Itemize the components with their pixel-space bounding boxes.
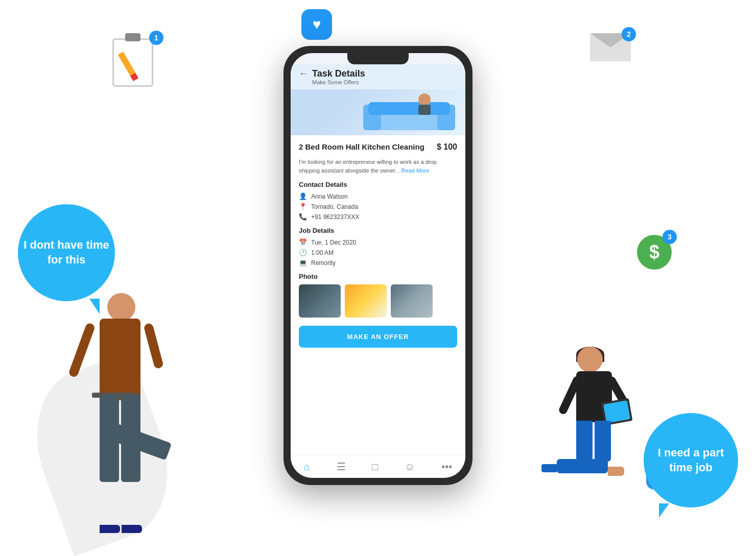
back-button[interactable]: ← <box>299 68 308 79</box>
speech-bubble-right: I need a part time job <box>644 413 738 507</box>
woman-tablet-screen <box>603 400 630 423</box>
clock-icon: 🕐 <box>299 249 307 256</box>
woman-leg-left <box>576 421 593 462</box>
contact-section: Contact Details 👤 Anna Watson 📍 Tornado,… <box>299 181 457 221</box>
clipboard-badge: 1 <box>149 31 163 45</box>
phone-outer: ← Task Details Make Some Offers <box>284 46 472 485</box>
contact-section-title: Contact Details <box>299 181 457 188</box>
hero-image <box>291 89 465 135</box>
svg-point-4 <box>418 93 431 106</box>
heart-top-icon: ♥ <box>301 9 332 40</box>
task-price: $ 100 <box>437 142 457 152</box>
man-arm-right <box>143 323 164 370</box>
app-content: 2 Bed Room Hall Kitchen Cleaning $ 100 I… <box>291 135 465 455</box>
person-icon: 👤 <box>299 192 307 200</box>
photo-thumb-1[interactable] <box>299 284 341 318</box>
photo-thumb-3[interactable] <box>391 284 433 318</box>
contact-name-row: 👤 Anna Watson <box>299 192 457 200</box>
task-title: 2 Bed Room Hall Kitchen Cleaning <box>299 142 437 151</box>
nav-more-icon[interactable]: ••• <box>441 461 452 473</box>
job-section: Job Details 📅 Tue, 1 Dec 2020 🕐 1:00 AM … <box>299 227 457 267</box>
man-shoe-right <box>122 525 142 533</box>
remote-icon: 💻 <box>299 259 307 267</box>
phone-notch <box>347 53 409 64</box>
app-subtitle: Make Some Offers <box>312 79 457 85</box>
speech-left-text: I dont have time for this <box>18 233 115 272</box>
woman-head <box>577 347 603 372</box>
task-title-row: 2 Bed Room Hall Kitchen Cleaning $ 100 <box>299 142 457 152</box>
contact-location-row: 📍 Tornado, Canada <box>299 203 457 210</box>
photos-section-title: Photo <box>299 273 457 280</box>
envelope-icon-wrap: 2 <box>590 33 631 61</box>
person-left <box>66 278 179 533</box>
man-body <box>100 319 140 400</box>
read-more-link[interactable]: Read More <box>401 167 429 174</box>
nav-task-icon[interactable]: □ <box>372 461 378 473</box>
photos-section: Photo <box>299 273 457 318</box>
job-mode: Remortly <box>311 259 336 267</box>
envelope-badge: 2 <box>622 27 636 41</box>
photo-thumb-2[interactable] <box>345 284 387 318</box>
dollar-icon-wrap: $ 3 <box>637 235 672 270</box>
man-arm-left <box>68 322 96 378</box>
nav-home-icon[interactable]: ⌂ <box>304 461 310 473</box>
contact-name: Anna Watson <box>311 193 348 200</box>
job-time: 1:00 AM <box>311 249 334 256</box>
job-mode-row: 💻 Remortly <box>299 259 457 267</box>
svg-rect-5 <box>418 105 431 115</box>
woman-foot <box>608 467 624 476</box>
app-title: Task Details <box>312 68 365 79</box>
task-description: I'm looking for an entrepreneur willing … <box>299 158 457 175</box>
nav-chat-icon[interactable]: ☺ <box>405 461 415 473</box>
location-icon: 📍 <box>299 203 307 210</box>
woman-leg-right <box>595 421 611 462</box>
clipboard-icon: 1 <box>112 31 163 92</box>
contact-phone: +91 9623237XXX <box>311 213 359 221</box>
contact-location: Tornado, Canada <box>311 203 358 210</box>
job-date: Tue, 1 Dec 2020 <box>311 239 356 246</box>
job-date-row: 📅 Tue, 1 Dec 2020 <box>299 238 457 246</box>
photos-row <box>299 284 457 318</box>
calendar-icon: 📅 <box>299 238 307 246</box>
speech-right-text: I need a part time job <box>644 441 738 480</box>
phone-icon: 📞 <box>299 213 307 221</box>
bottom-nav: ⌂ ☰ □ ☺ ••• <box>291 455 465 478</box>
man-shoe-left <box>100 525 120 533</box>
job-section-title: Job Details <box>299 227 457 234</box>
person-right <box>541 336 644 530</box>
job-time-row: 🕐 1:00 AM <box>299 249 457 256</box>
man-head <box>107 293 135 321</box>
nav-list-icon[interactable]: ☰ <box>337 461 346 473</box>
dollar-badge: 3 <box>663 230 677 244</box>
contact-phone-row: 📞 +91 9623237XXX <box>299 213 457 221</box>
app-header: ← Task Details Make Some Offers <box>291 64 465 89</box>
phone-mockup: ← Task Details Make Some Offers <box>284 46 472 485</box>
svg-rect-3 <box>368 102 450 115</box>
woman-shoe <box>541 464 557 472</box>
sofa-svg <box>358 89 460 135</box>
phone-inner: ← Task Details Make Some Offers <box>291 53 465 478</box>
woman-leg-extended <box>557 459 608 473</box>
make-offer-button[interactable]: MAKE AN OFFER <box>299 326 457 348</box>
